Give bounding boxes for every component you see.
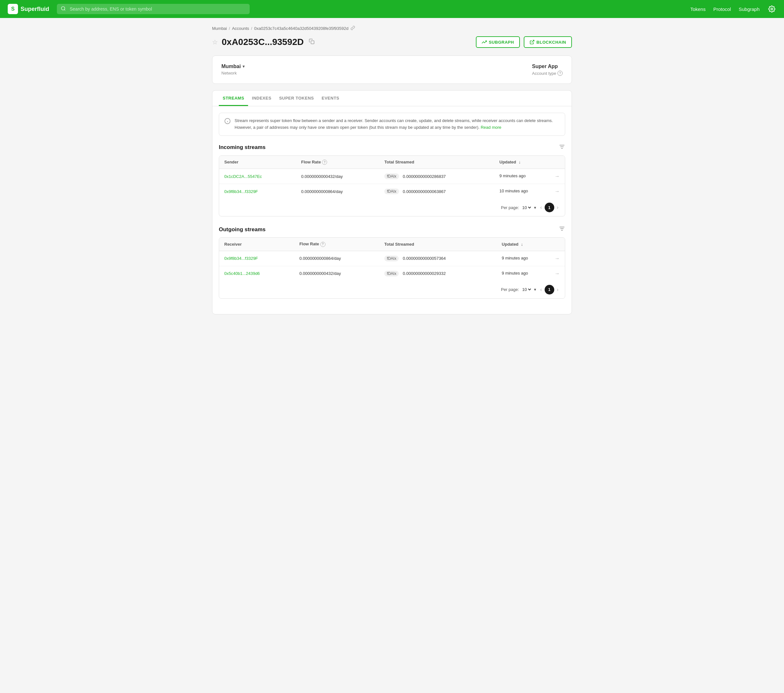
incoming-per-page-chevron: ▾ (534, 205, 536, 210)
read-more-link[interactable]: Read more (481, 125, 501, 130)
outgoing-updated-0: 9 minutes ago → (497, 251, 565, 266)
outgoing-col-total-streamed: Total Streamed (379, 238, 497, 251)
network-info: Mumbai ▾ Network (221, 64, 532, 76)
nav-protocol[interactable]: Protocol (713, 7, 731, 12)
breadcrumb-network[interactable]: Mumbai (212, 26, 227, 31)
tab-content-streams: Stream represents super token flow betwe… (212, 106, 572, 314)
account-type-info: Super App Account type ? (532, 64, 563, 76)
search-bar (57, 4, 250, 14)
outgoing-receiver-link-0[interactable]: 0x9f8b34...f3329F (224, 256, 258, 261)
incoming-page-nav: ‹ 1 › (539, 203, 560, 212)
incoming-sender-link-1[interactable]: 0x9f8b34...f3329F (224, 189, 258, 194)
outgoing-col-receiver: Receiver (219, 238, 294, 251)
account-type-info-icon[interactable]: ? (557, 71, 563, 76)
search-icon (61, 6, 66, 12)
breadcrumb-section[interactable]: Accounts (232, 26, 249, 31)
incoming-col-sender: Sender (219, 156, 296, 169)
favorite-button[interactable]: ☆ (212, 38, 218, 46)
incoming-row-arrow-1[interactable]: → (555, 189, 560, 194)
incoming-flow-rate-0: 0.0000000000432/day (296, 169, 379, 184)
outgoing-flow-rate-0: 0.0000000000864/day (294, 251, 379, 266)
outgoing-table-row: 0x5c40b1...2439d6 0.0000000000432/day fD… (219, 266, 565, 281)
flow-rate-info-icon[interactable]: ? (322, 159, 327, 165)
network-card: Mumbai ▾ Network Super App Account type … (212, 56, 572, 84)
outgoing-streams-table: Receiver Flow Rate ? Total Streamed Upda… (219, 238, 565, 281)
outgoing-next-page[interactable]: › (555, 286, 560, 294)
breadcrumb-sep-1: / (229, 26, 230, 31)
outgoing-total-streamed-1: fDAIx 0.00000000000029332 (379, 266, 497, 281)
logo-text: Superfluid (21, 6, 49, 13)
nav-tokens[interactable]: Tokens (690, 7, 706, 12)
network-dropdown-icon[interactable]: ▾ (242, 64, 244, 69)
outgoing-col-flow-rate: Flow Rate ? (294, 238, 379, 251)
header: S Superfluid Tokens Protocol Subgraph (0, 0, 784, 18)
outgoing-per-page-select[interactable]: 10 25 50 (521, 287, 532, 292)
blockchain-button[interactable]: BLOCKCHAIN (524, 36, 572, 48)
search-input[interactable] (57, 4, 250, 14)
outgoing-page-1[interactable]: 1 (545, 285, 554, 294)
outgoing-streams-header: Outgoing streams (219, 225, 565, 233)
tab-streams[interactable]: STREAMS (219, 90, 248, 106)
incoming-pagination: Per page: 10 25 50 ▾ ‹ 1 › (219, 199, 565, 216)
incoming-updated-1: 10 minutes ago → (494, 184, 565, 199)
nav-subgraph[interactable]: Subgraph (739, 7, 759, 12)
outgoing-streams-title: Outgoing streams (219, 227, 265, 233)
copy-address-button[interactable] (309, 39, 315, 46)
incoming-row-arrow-0[interactable]: → (555, 173, 560, 179)
incoming-per-page-select[interactable]: 10 25 50 (521, 205, 532, 210)
tab-indexes[interactable]: INDEXES (248, 90, 275, 106)
outgoing-flow-rate-1: 0.0000000000432/day (294, 266, 379, 281)
outgoing-col-updated: Updated ↓ (497, 238, 565, 251)
breadcrumb: Mumbai / Accounts / 0xa0253c7c43a5c4640a… (212, 26, 572, 31)
outgoing-page-nav: ‹ 1 › (539, 285, 560, 294)
page-title-row: ☆ 0xA0253C...93592D SUBGRAPH BLOCKCHAIN (212, 36, 572, 48)
incoming-token-badge-1: fDAIx (384, 189, 399, 194)
logo[interactable]: S Superfluid (8, 4, 49, 14)
outgoing-row-arrow-1[interactable]: → (555, 271, 560, 276)
incoming-table-row: 0x1cDC2A...5547Ec 0.0000000000432/day fD… (219, 169, 565, 184)
incoming-prev-page[interactable]: ‹ (539, 203, 543, 212)
external-link-icon[interactable] (351, 26, 355, 31)
outgoing-prev-page[interactable]: ‹ (539, 286, 543, 294)
incoming-table-row: 0x9f8b34...f3329F 0.0000000000864/day fD… (219, 184, 565, 199)
outgoing-receiver-link-1[interactable]: 0x5c40b1...2439d6 (224, 271, 260, 276)
incoming-streams-table-wrap: Sender Flow Rate ? Total Streamed Update… (219, 156, 565, 217)
incoming-page-1[interactable]: 1 (545, 203, 554, 212)
svg-line-4 (532, 40, 534, 43)
outgoing-token-badge-1: fDAIx (384, 271, 399, 276)
settings-icon[interactable] (767, 5, 776, 13)
incoming-streams-header: Incoming streams (219, 144, 565, 151)
svg-rect-3 (311, 41, 314, 44)
title-actions: SUBGRAPH BLOCKCHAIN (476, 36, 572, 48)
incoming-token-badge-0: fDAIx (384, 173, 399, 179)
outgoing-per-page: Per page: 10 25 50 ▾ (501, 287, 536, 292)
incoming-col-flow-rate: Flow Rate ? (296, 156, 379, 169)
outgoing-flow-rate-info-icon[interactable]: ? (320, 242, 326, 247)
subgraph-button[interactable]: SUBGRAPH (476, 36, 520, 48)
svg-point-2 (771, 8, 773, 10)
incoming-table-header-row: Sender Flow Rate ? Total Streamed Update… (219, 156, 565, 169)
tabs-container: STREAMS INDEXES SUPER TOKENS EVENTS Stre… (212, 90, 572, 314)
outgoing-token-badge-0: fDAIx (384, 256, 399, 261)
outgoing-filter-icon[interactable] (559, 225, 565, 233)
tab-events[interactable]: EVENTS (318, 90, 343, 106)
outgoing-streams-table-wrap: Receiver Flow Rate ? Total Streamed Upda… (219, 237, 565, 299)
tab-super-tokens[interactable]: SUPER TOKENS (275, 90, 318, 106)
info-box-text: Stream represents super token flow betwe… (235, 118, 560, 131)
header-nav: Tokens Protocol Subgraph (690, 5, 776, 13)
outgoing-row-arrow-0[interactable]: → (555, 256, 560, 261)
incoming-streams-title: Incoming streams (219, 144, 266, 151)
account-type-value: Super App (532, 64, 563, 69)
info-box: Stream represents super token flow betwe… (219, 113, 565, 136)
outgoing-sort-icon[interactable]: ↓ (521, 242, 523, 246)
outgoing-per-page-chevron: ▾ (534, 287, 536, 292)
incoming-sort-icon[interactable]: ↓ (519, 159, 521, 164)
breadcrumb-sep-2: / (251, 26, 252, 31)
page-title: 0xA0253C...93592D (222, 37, 304, 47)
incoming-next-page[interactable]: › (555, 203, 560, 212)
outgoing-updated-1: 9 minutes ago → (497, 266, 565, 281)
incoming-sender-link-0[interactable]: 0x1cDC2A...5547Ec (224, 174, 262, 179)
incoming-streams-section: Incoming streams Sender Flow Rate ? (219, 144, 565, 217)
incoming-filter-icon[interactable] (559, 144, 565, 151)
outgoing-table-header-row: Receiver Flow Rate ? Total Streamed Upda… (219, 238, 565, 251)
